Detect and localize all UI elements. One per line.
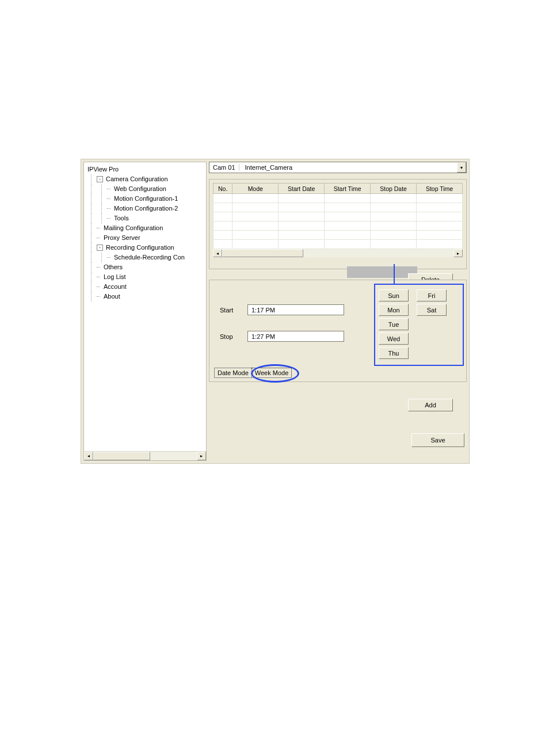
start-time-input[interactable] — [247, 304, 344, 315]
start-time-row: Start — [220, 304, 344, 315]
weekday-panel: Sun Mon Tue Wed Thu Fri Sat — [374, 284, 464, 366]
tree-hscrollbar[interactable]: ◂ ▸ — [84, 451, 206, 460]
day-fri-button[interactable]: Fri — [417, 289, 447, 301]
stop-time-input[interactable] — [247, 331, 344, 342]
save-button[interactable]: Save — [411, 433, 464, 447]
tab-week-mode[interactable]: Week Mode — [251, 368, 292, 378]
tree-item-mailing[interactable]: Mailing Configuration — [86, 223, 204, 233]
stop-label: Stop — [220, 333, 247, 340]
record-mode-tabs: Date Mode Week Mode — [214, 368, 291, 378]
table-row[interactable] — [214, 222, 463, 231]
config-tree[interactable]: IPView Pro - Camera Configuration Web Co… — [84, 162, 206, 304]
callout-stem — [394, 264, 395, 284]
tree-root[interactable]: IPView Pro — [86, 165, 204, 174]
day-wed-button[interactable]: Wed — [379, 333, 409, 345]
tree-item-loglist[interactable]: Log List — [86, 272, 204, 282]
camera-id: Cam 01 — [209, 164, 239, 171]
day-mon-button[interactable]: Mon — [379, 304, 409, 316]
day-tue-button[interactable]: Tue — [379, 318, 409, 330]
day-sun-button[interactable]: Sun — [379, 289, 409, 301]
tab-date-mode[interactable]: Date Mode — [214, 368, 252, 378]
scroll-track[interactable] — [222, 249, 453, 257]
col-start-date[interactable]: Start Date — [279, 184, 325, 194]
camera-name: Internet_Camera — [239, 164, 457, 171]
day-thu-button[interactable]: Thu — [379, 347, 409, 359]
scroll-left-icon[interactable]: ◂ — [84, 452, 93, 460]
scroll-right-icon[interactable]: ▸ — [453, 249, 463, 257]
table-row[interactable] — [214, 240, 463, 249]
day-sat-button[interactable]: Sat — [417, 304, 447, 316]
tree-item-web-config[interactable]: Web Configuration — [86, 184, 204, 194]
col-mode[interactable]: Mode — [232, 184, 279, 194]
table-row[interactable] — [214, 194, 463, 203]
tree-item-tools[interactable]: Tools — [86, 213, 204, 223]
tree-item-motion2[interactable]: Motion Configuration-2 — [86, 204, 204, 213]
tree-item-proxy[interactable]: Proxy Server — [86, 233, 204, 243]
dropdown-icon[interactable]: ▼ — [457, 162, 466, 173]
scroll-left-icon[interactable]: ◂ — [213, 249, 222, 257]
col-no[interactable]: No. — [214, 184, 232, 194]
add-button[interactable]: Add — [408, 399, 453, 411]
settings-window: IPView Pro - Camera Configuration Web Co… — [81, 159, 470, 464]
schedule-edit-panel: Start Stop Date Mode Week Mode Sun Mon T… — [209, 280, 467, 382]
stop-time-row: Stop — [220, 331, 344, 342]
table-row[interactable] — [214, 212, 463, 222]
tree-item-about[interactable]: About — [86, 292, 204, 301]
tree-item-others[interactable]: Others — [86, 262, 204, 272]
scroll-thumb[interactable] — [93, 452, 150, 460]
scroll-thumb[interactable] — [222, 249, 303, 257]
overlay-strip — [347, 266, 417, 278]
schedule-grid-panel: No. Mode Start Date Start Time Stop Date… — [209, 179, 467, 269]
col-stop-date[interactable]: Stop Date — [371, 184, 417, 194]
tree-pane: IPView Pro - Camera Configuration Web Co… — [83, 162, 207, 461]
collapse-icon[interactable]: - — [97, 176, 103, 182]
tree-item-motion1[interactable]: Motion Configuration-1 — [86, 194, 204, 204]
scroll-track[interactable] — [93, 452, 197, 460]
content-pane: Cam 01 Internet_Camera ▼ No. Mode Start … — [209, 159, 469, 463]
col-start-time[interactable]: Start Time — [325, 184, 371, 194]
table-row[interactable] — [214, 231, 463, 240]
collapse-icon[interactable]: - — [97, 245, 103, 251]
table-row[interactable] — [214, 203, 463, 212]
tree-label: IPView Pro — [86, 165, 119, 174]
tree-item-account[interactable]: Account — [86, 282, 204, 292]
schedule-table[interactable]: No. Mode Start Date Start Time Stop Date… — [213, 183, 463, 249]
scroll-right-icon[interactable]: ▸ — [197, 452, 206, 460]
tree-item-recording-config[interactable]: - Recording Configuration — [86, 243, 204, 253]
grid-hscrollbar[interactable]: ◂ ▸ — [213, 249, 463, 257]
tree-item-schedule-recording[interactable]: Schedule-Recording Con — [86, 253, 204, 262]
camera-select[interactable]: Cam 01 Internet_Camera ▼ — [209, 162, 467, 173]
tree-item-camera-config[interactable]: - Camera Configuration — [86, 174, 204, 184]
start-label: Start — [220, 307, 247, 314]
col-stop-time[interactable]: Stop Time — [417, 184, 463, 194]
